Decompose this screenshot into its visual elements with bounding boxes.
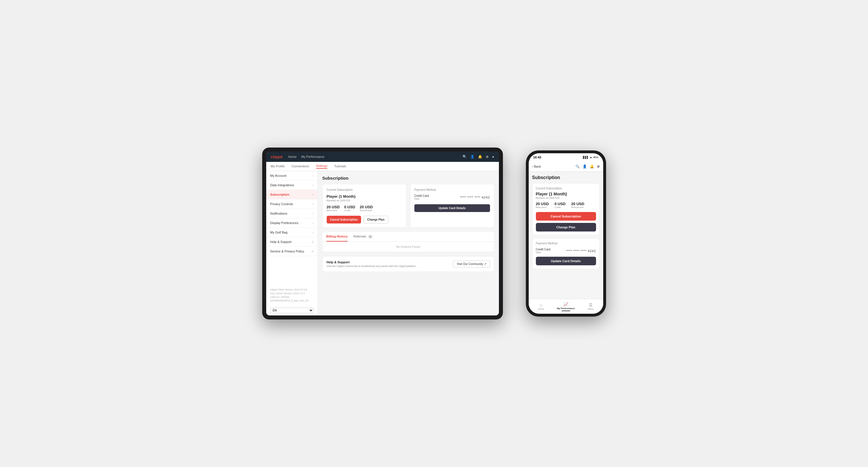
phone-device: 10:43 ▌▌▌ ▲ 85% ‹ Back 🔍 👤 🔔 ⊕	[526, 150, 606, 317]
sidebar-item-label: Subscription	[270, 193, 289, 196]
sidebar-item-privacy-controls[interactable]: Privacy Controls ›	[266, 199, 317, 209]
subscription-actions: Cancel Subscription Change Plan	[327, 216, 402, 223]
back-button[interactable]: ‹ Back	[532, 165, 541, 168]
visit-community-button[interactable]: Visit Our Community ↗	[453, 260, 490, 268]
bell-icon[interactable]: 🔔	[478, 155, 482, 159]
phone-payment-info: Credit Card Visa	[536, 248, 551, 254]
phone-payment-method-card: Payment Method Credit Card Visa **** ***…	[532, 238, 600, 269]
phone-page-title: Subscription	[532, 175, 600, 180]
phone-plan-name: Player (1 Month)	[536, 192, 596, 196]
language-select[interactable]: EN FR DE ES	[270, 308, 313, 313]
sidebar-footer: Clippd Client Version: 2023.07.6-8 GQL S…	[266, 285, 317, 305]
chevron-right-icon: ›	[312, 221, 313, 225]
tab-billing-history[interactable]: Billing History	[327, 232, 348, 242]
phone-topnav: ‹ Back 🔍 👤 🔔 ⊕	[529, 161, 603, 172]
help-support-section: Help & Support Visit the Clippd Communit…	[322, 256, 494, 272]
help-text: Help & Support Visit the Clippd Communit…	[327, 260, 417, 268]
status-time: 10:43	[533, 156, 541, 159]
tablet-nav-links: Home My Performance	[288, 155, 324, 158]
sidebar-item-notifications[interactable]: Notifications ›	[266, 209, 317, 218]
phone-payment-info-row: Credit Card Visa **** **** **** 4242	[536, 248, 596, 254]
payment-info-row: Credit Card Visa **** **** **** 4242	[414, 194, 490, 200]
sidebar-item-my-account[interactable]: My Account ›	[266, 171, 317, 181]
update-card-button[interactable]: Update Card Details	[414, 204, 490, 212]
phone-bottomnav-home[interactable]: ⌂ Home	[529, 303, 554, 310]
sidebar-item-label: Help & Support	[270, 240, 292, 244]
tablet-topnav-icons: 🔍 👤 🔔 ⊕ ●	[463, 155, 494, 159]
current-subscription-card: Current Subscription Player (1 Month) Re…	[322, 184, 407, 228]
current-subscription-label: Current Subscription	[327, 188, 402, 191]
chevron-right-icon: ›	[312, 212, 313, 215]
phone-payment-label: Payment Method	[536, 242, 596, 245]
search-icon[interactable]: 🔍	[576, 164, 580, 168]
subnav-tutorials[interactable]: Tutorials	[334, 164, 346, 168]
sidebar-item-my-golf-bag[interactable]: My Golf Bag ›	[266, 228, 317, 237]
user-avatar-icon[interactable]: ●	[492, 155, 494, 159]
chevron-right-icon: ›	[312, 193, 313, 196]
sidebar-item-display-preferences[interactable]: Display Preferences ›	[266, 218, 317, 228]
home-icon: ⌂	[540, 303, 542, 307]
phone-current-subscription-card: Current Subscription Player (1 Month) Re…	[532, 183, 600, 235]
cancel-subscription-button[interactable]: Cancel Subscription	[327, 216, 361, 223]
page-title: Subscription	[322, 176, 494, 181]
price-breakdown: 20 USD Base price 0 USD Credit 20 USD Am…	[327, 205, 402, 212]
credit: 0 USD Credit	[344, 205, 355, 212]
phone-topnav-icons: 🔍 👤 🔔 ⊕	[576, 164, 600, 168]
external-link-icon: ↗	[484, 262, 486, 266]
tab-referrals[interactable]: Referrals 0	[353, 232, 373, 242]
chevron-right-icon: ›	[312, 231, 313, 234]
globe-icon[interactable]: ⊕	[486, 155, 489, 159]
payment-method-label: Payment Method	[414, 188, 490, 191]
tablet-nav-performance[interactable]: My Performance	[301, 155, 324, 158]
card-number: **** **** **** 4242	[460, 196, 490, 199]
sidebar-item-label: My Golf Bag	[270, 230, 288, 234]
performance-icon: 📈	[563, 302, 568, 307]
phone-content: Subscription Current Subscription Player…	[529, 172, 603, 299]
sidebar-item-data-integrations[interactable]: Data Integrations ›	[266, 181, 317, 190]
search-icon[interactable]: 🔍	[463, 155, 467, 159]
phone-cancel-subscription-button[interactable]: Cancel Subscription	[536, 212, 596, 221]
menu-icon: ☰	[589, 303, 593, 307]
subscription-cards-row: Current Subscription Player (1 Month) Re…	[322, 184, 494, 228]
active-indicator	[562, 311, 570, 311]
subnav-settings[interactable]: Settings	[316, 164, 328, 169]
wifi-icon: ▲	[590, 156, 592, 159]
phone-bottomnav-performance[interactable]: 📈 My Performance	[553, 302, 578, 311]
chevron-right-icon: ›	[312, 203, 313, 206]
subnav-my-profile[interactable]: My Profile	[271, 164, 285, 168]
change-plan-button[interactable]: Change Plan	[363, 216, 388, 223]
subnav-connections[interactable]: Connections	[291, 164, 309, 168]
phone-bottomnav-menu[interactable]: ☰ Menu	[578, 303, 603, 310]
base-price: 20 USD Base price	[327, 205, 340, 212]
app-logo: clippd	[271, 155, 283, 159]
tablet-nav-home[interactable]: Home	[288, 155, 297, 158]
bell-icon[interactable]: 🔔	[590, 164, 594, 168]
phone-update-card-button[interactable]: Update Card Details	[536, 257, 596, 265]
no-invoices-message: No Invoices Found	[322, 242, 494, 252]
sidebar-item-label: My Account	[270, 174, 286, 177]
plan-name: Player (1 Month)	[327, 194, 402, 198]
referrals-badge: 0	[368, 235, 373, 238]
phone-price-breakdown: 20 USD Base price 0 USD Credit 20 USD Am…	[536, 202, 596, 209]
phone-change-plan-button[interactable]: Change Plan	[536, 223, 596, 231]
users-icon[interactable]: 👤	[470, 155, 474, 159]
phone-base-price: 20 USD Base price	[536, 202, 549, 209]
signal-icon: ▌▌▌	[583, 156, 588, 159]
phone-card-type: Credit Card	[536, 248, 551, 251]
phone-renews-date: Renews on 25/07/23	[536, 196, 596, 199]
help-title: Help & Support	[327, 260, 417, 264]
sidebar-item-help-support[interactable]: Help & Support ↗	[266, 237, 317, 247]
tablet-sidebar: My Account › Data Integrations › Subscri…	[266, 171, 318, 315]
help-description: Visit the Clippd Community to troublesho…	[327, 265, 417, 268]
sidebar-item-label: Privacy Controls	[270, 202, 293, 206]
chevron-right-icon: ›	[312, 184, 313, 187]
sidebar-item-subscription[interactable]: Subscription ›	[266, 190, 317, 199]
tablet-device: clippd Home My Performance 🔍 👤 🔔 ⊕ ● My …	[262, 148, 503, 319]
users-icon[interactable]: 👤	[583, 164, 587, 168]
phone-card-brand: Visa	[536, 251, 551, 254]
sidebar-item-label: Service & Privacy Policy	[270, 250, 304, 253]
payment-info: Credit Card Visa	[414, 194, 429, 200]
phone-amount-due: 20 USD Amount due	[571, 202, 584, 209]
sidebar-item-service-privacy[interactable]: Service & Privacy Policy ↗	[266, 247, 317, 256]
add-icon[interactable]: ⊕	[597, 164, 600, 168]
